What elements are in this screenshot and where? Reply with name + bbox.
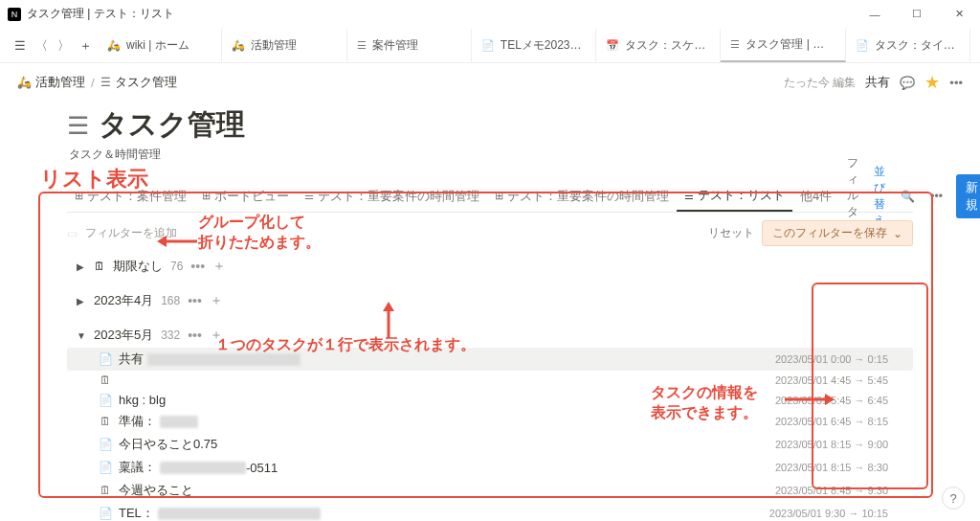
new-button[interactable]: 新規⌄ <box>956 174 980 218</box>
favorite-star-icon[interactable]: ★ <box>924 72 940 93</box>
save-filter-button[interactable]: このフィルターを保存⌄ <box>762 220 913 246</box>
list-row[interactable]: 📄今日やること0.752023/05/01 8:15 → 9:00 <box>67 433 913 456</box>
row-title: 今週やること <box>119 482 193 499</box>
view-tab-bar: ⊞テスト：案件管理⊞ボードビュー☰テスト：重要案件の時間管理⊞テスト：重要案件の… <box>67 180 913 213</box>
group-count: 168 <box>161 294 180 307</box>
view-icon: ⊞ <box>75 190 83 202</box>
add-filter-button[interactable]: フィルターを追加 <box>85 225 177 241</box>
group-more-icon[interactable]: ••• <box>188 293 202 308</box>
filter-tag-placeholder: ▭ <box>67 227 78 240</box>
browser-tab[interactable]: 📄タスク：タイムライン <box>846 29 970 62</box>
group-name: 2023年5月 <box>94 327 153 344</box>
tab-label: タスク管理 | テスト：... <box>746 36 835 53</box>
tab-icon: 📄 <box>856 39 869 52</box>
group-more-icon[interactable]: ••• <box>188 328 202 343</box>
view-tab[interactable]: ☰テスト：リスト <box>677 181 792 212</box>
search-icon[interactable]: 🔍 <box>893 186 923 207</box>
row-type-icon: 📄 <box>98 352 113 366</box>
nav-forward-button[interactable]: 〉 <box>54 34 74 58</box>
view-tab[interactable]: ⊞テスト：案件管理 <box>67 182 194 211</box>
tab-label: wiki | ホーム <box>126 37 189 54</box>
row-time: 2023/05/01 6:45 → 8:15 <box>775 416 888 427</box>
row-time: 2023/05/01 8:15 → 8:30 <box>775 462 888 473</box>
view-tab[interactable]: ☰テスト：重要案件の時間管理 <box>297 182 487 211</box>
row-type-icon: 🗓 <box>98 484 113 497</box>
disclosure-triangle-icon[interactable]: ▼ <box>77 330 86 341</box>
view-more-icon[interactable]: ••• <box>923 186 950 207</box>
share-button[interactable]: 共有 <box>865 74 890 91</box>
list-row[interactable]: 📄稟議：-05112023/05/01 8:15 → 8:30 <box>67 456 913 479</box>
view-tab[interactable]: ⊞テスト：重要案件の時間管理 <box>487 182 677 211</box>
last-edited: たった今 編集 <box>784 75 856 91</box>
redacted-text <box>158 508 321 520</box>
view-label: テスト：案件管理 <box>87 188 187 205</box>
page-title: タスク管理 <box>99 105 245 145</box>
maximize-button[interactable]: ☐ <box>896 0 938 29</box>
group-add-icon[interactable]: ＋ <box>210 327 223 344</box>
view-tab[interactable]: ⊞ボードビュー <box>194 182 297 211</box>
nav-back-button[interactable]: 〈 <box>32 34 52 58</box>
motorcycle-icon: 🛵 <box>17 76 32 89</box>
view-label: テスト：リスト <box>698 187 785 204</box>
view-icon: ☰ <box>304 190 314 202</box>
row-title: 共有 <box>119 351 144 368</box>
breadcrumb-sep: / <box>91 76 95 90</box>
browser-tab[interactable]: ☰案件管理 <box>347 29 472 62</box>
list-group-header[interactable]: ▶2023年4月168•••＋ <box>67 288 913 313</box>
page-icon: ☰ <box>67 111 89 141</box>
disclosure-triangle-icon[interactable]: ▶ <box>77 296 86 306</box>
comment-icon[interactable]: 💬 <box>900 76 915 90</box>
row-time: 2023/05/01 0:00 → 0:15 <box>775 353 888 365</box>
more-icon[interactable]: ••• <box>949 76 963 90</box>
window-titlebar: N タスク管理 | テスト：リスト ― ☐ ✕ <box>0 0 980 29</box>
view-tab[interactable]: 他4件 <box>792 182 839 211</box>
reset-button[interactable]: リセット <box>708 225 754 241</box>
list-row[interactable]: 🗓2023/05/01 4:45 → 5:45 <box>67 371 913 390</box>
row-type-icon: 📄 <box>98 461 113 474</box>
browser-tab[interactable]: 📄TELメモ20230424- <box>472 29 596 62</box>
tab-label: TELメモ20230424- <box>501 37 586 54</box>
browser-tab[interactable]: 🛵活動管理 <box>222 29 346 62</box>
group-more-icon[interactable]: ••• <box>190 259 205 274</box>
browser-tab[interactable]: ☰タスク管理 | テスト：... <box>721 29 845 62</box>
list-row[interactable]: 🗓準備：2023/05/01 6:45 → 8:15 <box>67 410 913 433</box>
row-type-icon: 📄 <box>98 394 113 407</box>
close-button[interactable]: ✕ <box>938 0 980 29</box>
list-area: ▶🗓期限なし76•••＋▶2023年4月168•••＋▼2023年5月332••… <box>67 254 913 521</box>
page-content: ☰ タスク管理 タスク＆時間管理 ⊞テスト：案件管理⊞ボードビュー☰テスト：重要… <box>0 105 980 521</box>
group-add-icon[interactable]: ＋ <box>212 258 226 275</box>
menu-icon[interactable]: ☰ <box>10 34 30 58</box>
tab-label: タスク：タイムライン <box>875 37 960 54</box>
list-row[interactable]: 📄TEL：2023/05/01 9:30 → 10:15 <box>67 502 913 521</box>
help-button[interactable]: ? <box>942 487 965 510</box>
breadcrumb-parent[interactable]: 活動管理 <box>35 74 85 91</box>
list-group-header[interactable]: ▶🗓期限なし76•••＋ <box>67 254 913 279</box>
row-title-suffix: -0511 <box>246 461 278 475</box>
list-row[interactable]: 🗓今週やること2023/05/01 8:45 → 9:30 <box>67 479 913 502</box>
list-row[interactable]: 📄共有2023/05/01 0:00 → 0:15 <box>67 348 913 371</box>
view-label: テスト：重要案件の時間管理 <box>318 188 479 205</box>
minimize-button[interactable]: ― <box>854 0 896 29</box>
browser-tab[interactable]: 🛵wiki | ホーム <box>98 29 222 62</box>
row-time: 2023/05/01 4:45 → 5:45 <box>775 374 888 386</box>
tab-label: 活動管理 <box>251 37 297 54</box>
browser-tab[interactable]: 📅タスク：スケジュール <box>596 29 721 62</box>
view-label: テスト：重要案件の時間管理 <box>507 188 669 205</box>
redacted-text <box>147 353 301 366</box>
redacted-text <box>160 416 198 428</box>
redacted-text <box>160 462 246 474</box>
new-tab-button[interactable]: ＋ <box>76 34 96 58</box>
breadcrumb-current[interactable]: タスク管理 <box>115 74 177 91</box>
tab-icon: ☰ <box>357 39 367 52</box>
disclosure-triangle-icon[interactable]: ▶ <box>77 261 86 272</box>
view-icon: ☰ <box>684 190 694 202</box>
list-row[interactable]: 📄hkg : blg2023/05/01 5:45 → 6:45 <box>67 390 913 410</box>
group-add-icon[interactable]: ＋ <box>210 292 223 309</box>
row-title: hkg : blg <box>119 393 166 407</box>
app-icon: N <box>8 8 21 21</box>
view-icon: ⊞ <box>495 190 503 202</box>
row-title: 稟議： <box>119 459 156 476</box>
group-name: 2023年4月 <box>94 292 153 309</box>
page-subtitle: タスク＆時間管理 <box>69 147 913 163</box>
list-group-header[interactable]: ▼2023年5月332•••＋ <box>67 323 913 348</box>
